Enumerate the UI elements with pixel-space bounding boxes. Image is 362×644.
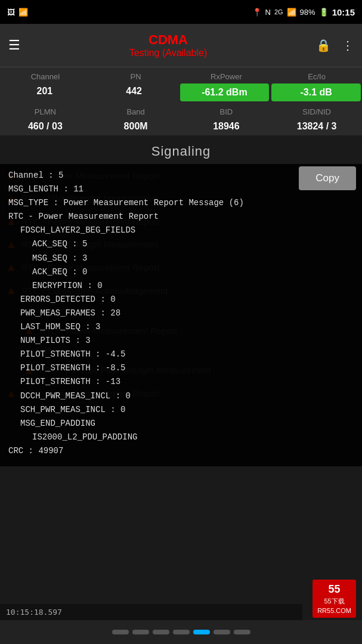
sidnid-value: 13824 / 3 — [271, 117, 362, 135]
pn-header: PN — [91, 67, 181, 82]
message-line: IS2000_L2_PDU_PADDING — [8, 431, 354, 444]
message-log[interactable]: ▲ RTC - Power Measurement Report ▲ RTC -… — [0, 164, 362, 522]
message-line: PWR_MEAS_FRAMES : 28 — [8, 306, 354, 320]
watermark-url: RR55.COM — [317, 606, 351, 615]
message-line: CRC : 49907 — [8, 444, 354, 458]
location-icon: 📍 — [252, 8, 262, 17]
info-value-row-2: 460 / 03 800M 18946 13824 / 3 — [0, 117, 362, 135]
timestamp-bar: 10:15:18.597 — [0, 604, 302, 620]
message-line: NUM_PILOTS : 3 — [8, 334, 354, 348]
rxpower-value: -61.2 dBm — [180, 83, 270, 101]
more-options-icon[interactable]: ⋮ — [342, 38, 354, 53]
status-bar: 🖼 📶 📍 N 2G 📶 98% 🔋 10:15 — [0, 0, 362, 24]
info-value-row-1: 201 442 -61.2 dBm -3.1 dB — [0, 82, 362, 103]
info-header-row-1: Channel PN RxPower Ec/Io — [0, 67, 362, 82]
image-icon: 🖼 — [7, 8, 15, 17]
bid-value: 18946 — [181, 117, 272, 135]
scroll-dot-7 — [234, 630, 250, 634]
toolbar: ☰ CDMA Testing (Available) 🔒 ⋮ — [0, 24, 362, 67]
message-line: DCCH_PWR_MEAS_INCL : 0 — [8, 389, 354, 403]
channel-value: 201 — [0, 82, 89, 103]
hamburger-menu-icon[interactable]: ☰ — [8, 38, 20, 54]
message-line: MSG_END_PADDING — [8, 417, 354, 431]
message-line: ENCRYPTION : 0 — [8, 279, 354, 293]
status-right: 📍 N 2G 📶 98% 🔋 10:15 — [252, 7, 355, 17]
message-line: PILOT_STRENGTH : -4.5 — [8, 348, 354, 361]
nfc-icon: N — [265, 8, 271, 17]
signal-icon: 📶 — [18, 8, 28, 17]
scroll-dot-5 — [193, 630, 210, 634]
scroll-dot-4 — [173, 630, 190, 634]
pn-value: 442 — [89, 82, 179, 103]
scroll-dot-6 — [214, 630, 230, 634]
message-line: MSG_TYPE : Power Measurement Report Mess… — [8, 196, 354, 210]
scroll-dot-3 — [153, 630, 169, 634]
sidnid-header: SID/NID — [271, 103, 362, 117]
info-table: Channel PN RxPower Ec/Io 201 442 -61.2 d… — [0, 67, 362, 135]
toolbar-title: CDMA Testing (Available) — [30, 32, 307, 58]
band-value: 800M — [91, 117, 181, 135]
message-line: MSG_SEQ : 3 — [8, 252, 354, 265]
message-line: ACK_SEQ : 5 — [8, 237, 354, 251]
bid-header: BID — [181, 103, 272, 117]
channel-header: Channel — [0, 67, 91, 82]
status-left: 🖼 📶 — [7, 8, 28, 17]
ecio-header: Ec/Io — [271, 67, 362, 82]
app-title: CDMA — [148, 32, 188, 48]
band-header: Band — [91, 103, 181, 117]
signaling-title: Signaling — [0, 135, 362, 164]
clock: 10:15 — [332, 7, 355, 17]
scroll-dot-1 — [112, 630, 129, 634]
network-2g-icon: 2G — [274, 8, 283, 16]
message-line: ACK_REQ : 0 — [8, 265, 354, 279]
rxpower-header: RxPower — [181, 67, 272, 82]
battery-icon: 🔋 — [319, 8, 329, 17]
message-line: SCH_PWR_MEAS_INCL : 0 — [8, 403, 354, 417]
message-line: PILOT_STRENGTH : -8.5 — [8, 361, 354, 375]
watermark: 55 55下载 RR55.COM — [313, 580, 356, 618]
signal-bars-icon: 📶 — [287, 8, 296, 17]
battery-text: 98% — [300, 8, 315, 17]
lock-icon[interactable]: 🔒 — [316, 38, 331, 53]
copy-button[interactable]: Copy — [299, 166, 356, 190]
plmn-value: 460 / 03 — [0, 117, 91, 135]
message-line: FDSCH_LAYER2_BEG_FIELDS — [8, 224, 354, 237]
plmn-header: PLMN — [0, 103, 91, 117]
scroll-indicator — [0, 620, 362, 644]
message-line: ERRORS_DETECTED : 0 — [8, 293, 354, 306]
message-line: LAST_HDM_SEQ : 3 — [8, 320, 354, 334]
watermark-text: 55下载 — [317, 597, 351, 606]
message-line: PILOT_STRENGTH : -13 — [8, 375, 354, 389]
watermark-number: 55 — [317, 582, 351, 597]
message-line: RTC - Power Measurement Report — [8, 210, 354, 224]
message-detail-panel: Copy Channel : 5 MSG_LENGTH : 11 MSG_TYP… — [0, 164, 362, 466]
app-subtitle: Testing (Available) — [129, 48, 207, 58]
info-header-row-2: PLMN Band BID SID/NID — [0, 103, 362, 117]
ecio-value: -3.1 dB — [271, 83, 361, 101]
scroll-dot-2 — [132, 630, 149, 634]
toolbar-actions: 🔒 ⋮ — [316, 38, 354, 53]
